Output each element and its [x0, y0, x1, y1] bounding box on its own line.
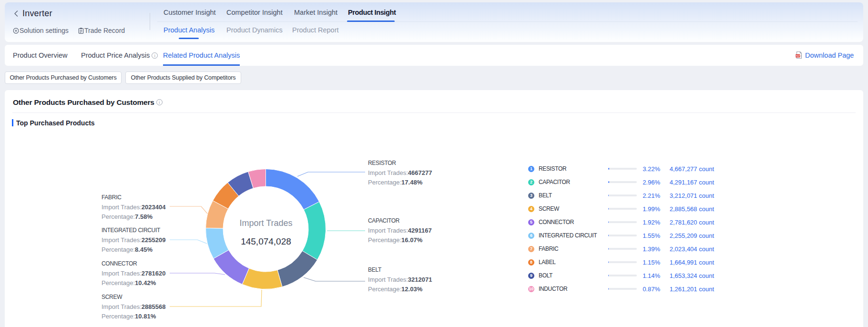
svg-text:PDF: PDF: [796, 55, 800, 57]
